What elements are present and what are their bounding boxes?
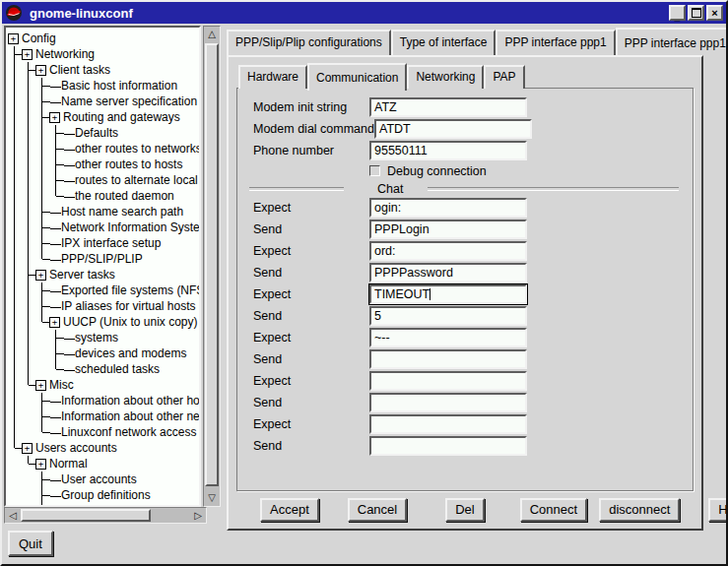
inner-tab-pap[interactable]: PAP: [484, 65, 524, 89]
cancel-button[interactable]: Cancel: [348, 498, 407, 522]
tree-item[interactable]: +Client tasks: [8, 62, 199, 78]
modem-dial-command-input[interactable]: ATDT: [374, 119, 532, 139]
titlebar[interactable]: gnome-linuxconf _ ×: [2, 2, 726, 24]
modem-init-string-label: Modem init string: [253, 100, 369, 114]
tree-item[interactable]: Group definitions: [8, 487, 199, 503]
outer-tab-ppp-interface-ppp1[interactable]: PPP interface ppp1: [496, 30, 615, 55]
tree-item[interactable]: +Normal: [8, 456, 199, 472]
outer-tab-ppp-interface-ppp1-2[interactable]: PPP interface ppp1: [616, 28, 726, 55]
quit-button[interactable]: Quit: [8, 531, 53, 556]
outer-tab-type-of-interface[interactable]: Type of interface: [391, 30, 496, 55]
tree-item[interactable]: Information about other host: [8, 393, 199, 409]
tree-item[interactable]: +Routing and gateways: [8, 109, 199, 125]
inner-tab-communication[interactable]: Communication: [307, 63, 407, 91]
scroll-right-icon[interactable]: ▷: [191, 508, 205, 523]
tree-expander-icon[interactable]: +: [35, 380, 46, 391]
tree-item[interactable]: scheduled tasks: [8, 361, 199, 377]
scroll-left-icon[interactable]: ◁: [6, 508, 20, 523]
tree-item[interactable]: User accounts: [8, 472, 199, 487]
chat-expect-input-7[interactable]: ~--: [369, 328, 527, 347]
tree-expander-icon[interactable]: +: [35, 459, 46, 470]
accept-button[interactable]: Accept: [260, 498, 319, 522]
tree-guide: [22, 220, 35, 235]
maximize-button[interactable]: [688, 5, 704, 21]
tree-item[interactable]: Host name search path: [8, 204, 199, 220]
tree-item[interactable]: routes to alternate local ne: [8, 172, 199, 188]
tree-expander-icon[interactable]: +: [8, 33, 19, 44]
chat-send-input-8[interactable]: [369, 349, 527, 369]
tree-expander-icon[interactable]: +: [35, 65, 46, 76]
close-button[interactable]: ×: [706, 5, 723, 21]
tree-expander-icon[interactable]: +: [22, 49, 33, 60]
tree-item[interactable]: +Server tasks: [8, 267, 199, 283]
tree-guide: [22, 409, 35, 424]
tree-item[interactable]: +Config: [8, 31, 199, 46]
tree-item[interactable]: Name server specification (: [8, 94, 199, 109]
tree-item-label: routes to alternate local ne: [75, 173, 199, 187]
tree-item[interactable]: PPP/SLIP/PLIP: [8, 251, 199, 267]
tree-item[interactable]: other routes to hosts: [8, 157, 199, 172]
inner-tab-hardware[interactable]: Hardware: [238, 65, 307, 89]
tree-item[interactable]: Network Information System: [8, 220, 199, 235]
tree-item-label: other routes to hosts: [75, 157, 182, 171]
tree-item[interactable]: IP aliases for virtual hosts: [8, 298, 199, 314]
chat-send-input-10[interactable]: [369, 393, 527, 412]
tree-item-label: IPX interface setup: [61, 236, 161, 250]
help-button[interactable]: Help: [708, 498, 728, 522]
tree-expander-icon[interactable]: +: [49, 317, 60, 328]
chat-row: Send: [237, 348, 693, 370]
scroll-down-icon[interactable]: ▽: [204, 491, 220, 505]
del-button[interactable]: Del: [445, 498, 485, 522]
tree-connector: [49, 330, 63, 346]
tree-guide: [8, 298, 22, 314]
tree-item-label: Information about other host: [61, 394, 199, 408]
disconnect-button[interactable]: disconnect: [599, 498, 680, 522]
tree-item[interactable]: +Misc: [8, 377, 199, 393]
inner-tab-networking[interactable]: Networking: [407, 65, 484, 89]
tree-item[interactable]: Information about other netw: [8, 409, 199, 424]
tree-expander-icon[interactable]: +: [49, 112, 60, 123]
vertical-scrollbar-thumb[interactable]: [205, 43, 219, 486]
chat-expect-input-3[interactable]: ord:: [369, 241, 527, 261]
tree-guide: [22, 188, 35, 204]
phone-number-input[interactable]: 95550111: [369, 141, 527, 160]
tree-item[interactable]: +Networking: [8, 46, 199, 62]
tree-item[interactable]: Linuxconf network access: [8, 424, 199, 440]
modem-init-string-input[interactable]: ATZ: [369, 97, 527, 117]
debug-connection-checkbox[interactable]: [369, 165, 380, 176]
minimize-button[interactable]: _: [669, 5, 686, 21]
chat-row: Expect: [237, 370, 693, 392]
connect-button[interactable]: Connect: [520, 498, 587, 522]
chat-expect-input-1[interactable]: ogin:: [369, 198, 527, 218]
tree-item[interactable]: systems: [8, 330, 199, 346]
chat-expect-input-5[interactable]: TIMEOUT: [369, 284, 527, 304]
tree-guide: [8, 377, 22, 393]
config-tree[interactable]: +Config+Networking+Client tasksBasic hos…: [4, 26, 201, 507]
chat-send-input-6[interactable]: 5: [369, 306, 527, 326]
tree-expander-icon[interactable]: +: [35, 270, 46, 281]
tree-item[interactable]: Basic host information: [8, 78, 199, 94]
chat-expect-input-11[interactable]: [369, 414, 527, 434]
tree-item[interactable]: the routed daemon: [8, 188, 199, 204]
tree-connector: [35, 409, 49, 424]
chat-send-input-12[interactable]: [369, 436, 527, 456]
tree-vertical-scrollbar[interactable]: △ ▽: [203, 26, 221, 507]
outer-tab-ppp-slip-plip-configurations[interactable]: PPP/Slip/Plip configurations: [227, 30, 391, 55]
tree-guide: [22, 78, 35, 94]
chat-expect-input-9[interactable]: [369, 371, 527, 391]
tree-item[interactable]: Defaults: [8, 125, 199, 141]
chat-send-input-2[interactable]: PPPLogin: [369, 220, 527, 239]
tree-expander-icon[interactable]: +: [22, 443, 33, 454]
tree-item[interactable]: other routes to networks: [8, 141, 199, 157]
horizontal-scrollbar-thumb[interactable]: [21, 509, 151, 522]
tree-item-label: Config: [22, 31, 56, 45]
tree-item[interactable]: Exported file systems (NFS): [8, 283, 199, 298]
tree-item[interactable]: devices and modems: [8, 346, 199, 361]
chat-send-input-4[interactable]: PPPPassword: [369, 263, 527, 283]
tree-item-label: Basic host information: [61, 79, 177, 93]
tree-item[interactable]: +UUCP (Unix to unix copy): [8, 314, 199, 330]
tree-item[interactable]: IPX interface setup: [8, 235, 199, 251]
scroll-up-icon[interactable]: △: [204, 28, 220, 41]
tree-horizontal-scrollbar[interactable]: ◁ ▷: [4, 507, 207, 524]
tree-item[interactable]: +Users accounts: [8, 440, 199, 456]
